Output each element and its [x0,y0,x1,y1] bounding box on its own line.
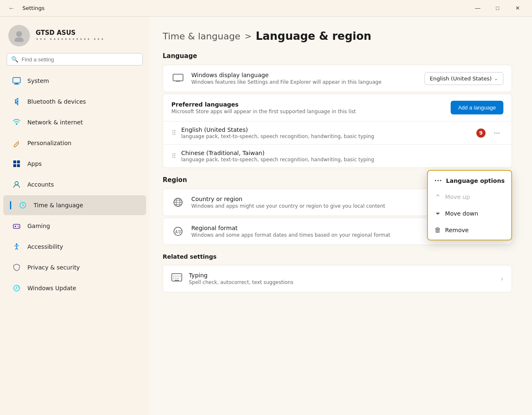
chinese-lang-info: Chinese (Traditional, Taiwan) language p… [181,150,503,163]
sidebar-item-network[interactable]: Network & internet [3,112,146,132]
svg-rect-2 [13,78,20,83]
svg-point-10 [15,182,18,185]
display-language-dropdown[interactable]: English (United States) ⌄ [425,72,503,85]
remove-icon: 🗑 [434,226,441,234]
menu-item-move-down[interactable]: Move down [428,205,511,222]
display-language-info: Windows display language Windows feature… [191,72,418,85]
country-region-title: Country or region [191,196,443,202]
sidebar-label-bluetooth: Bluetooth & devices [27,98,86,105]
accounts-icon [12,180,22,189]
language-item-chinese: ⠿ Chinese (Traditional, Taiwan) language… [163,145,512,167]
country-region-info: Country or region Windows and apps might… [191,196,443,209]
sidebar-label-windows-update: Windows Update [27,285,76,291]
sidebar-label-time-language: Time & language [34,202,83,209]
svg-point-17 [16,243,17,245]
network-icon [12,117,22,127]
drag-handle-chinese[interactable]: ⠿ [171,152,176,160]
svg-rect-9 [17,164,20,167]
regional-format-desc: Windows and some apps format dates and t… [191,232,430,238]
titlebar-title: Settings [22,5,44,11]
windows-update-icon [12,283,22,293]
preferred-languages-title: Preferred languages [171,101,356,108]
sidebar-label-privacy: Privacy & security [27,264,80,271]
maximize-button[interactable]: □ [488,2,507,15]
notification-badge: 9 [476,129,486,138]
svg-point-1 [15,37,24,42]
menu-item-remove-label: Remove [445,227,469,233]
sidebar-label-accounts: Accounts [27,181,54,188]
sidebar-item-personalization[interactable]: Personalization [3,133,146,153]
sidebar-item-bluetooth[interactable]: Bluetooth & devices [3,92,146,112]
typing-title: Typing [189,272,494,279]
sidebar-label-apps: Apps [27,160,42,167]
sidebar-item-gaming[interactable]: Gaming [3,216,146,236]
display-language-value: English (United States) [430,75,492,82]
titlebar-left: ← Settings [5,3,44,14]
menu-item-language-options-label: Language options [446,177,505,184]
chinese-lang-name: Chinese (Traditional, Taiwan) [181,150,503,156]
regional-format-title: Regional format [191,225,430,231]
apps-icon [12,159,22,169]
move-down-icon [434,209,441,218]
display-language-desc: Windows features like Settings and File … [191,79,418,85]
menu-item-language-options[interactable]: ··· Language options [428,172,511,189]
typing-desc: Spell check, autocorrect, text suggestio… [189,279,494,285]
english-lang-desc: language pack, text-to-speech, speech re… [181,133,471,139]
country-region-icon [171,197,185,208]
svg-rect-19 [173,74,183,81]
close-button[interactable]: ✕ [508,2,527,15]
drag-handle-english[interactable]: ⠿ [171,129,176,137]
preferred-languages-desc: Microsoft Store apps will appear in the … [171,109,356,114]
titlebar: ← Settings — □ ✕ [0,0,532,17]
svg-rect-12 [13,224,20,228]
display-language-select[interactable]: English (United States) ⌄ [425,72,503,85]
preferred-languages-card: Preferred languages Microsoft Store apps… [163,94,512,168]
country-region-desc: Windows and apps might use your country … [191,203,443,209]
sidebar: GTSD ASUS ••• ••••••••••• ••• 🔍 System B… [0,17,149,415]
typing-card[interactable]: Typing Spell check, autocorrect, text su… [163,265,512,292]
context-menu: ··· Language options Move up Move down 🗑… [427,170,512,240]
minimize-button[interactable]: — [468,2,487,15]
search-box[interactable]: 🔍 [7,53,143,66]
menu-item-move-down-label: Move down [445,210,478,217]
sidebar-item-accessibility[interactable]: Accessibility [3,237,146,257]
breadcrumb: Time & language > Language & region [163,30,512,42]
svg-rect-8 [13,164,16,167]
svg-point-16 [18,226,19,227]
regional-format-info: Regional format Windows and some apps fo… [191,225,430,238]
menu-item-remove[interactable]: 🗑 Remove [428,222,511,238]
chinese-lang-desc: language pack, text-to-speech, speech re… [181,157,503,163]
english-more-button[interactable]: ··· [491,127,503,139]
gaming-icon [12,221,22,231]
sidebar-item-accounts[interactable]: Accounts [3,175,146,194]
menu-item-move-up-label: Move up [445,194,470,200]
app-body: GTSD ASUS ••• ••••••••••• ••• 🔍 System B… [0,17,532,415]
breadcrumb-separator: > [244,31,251,41]
titlebar-controls: — □ ✕ [468,2,527,15]
avatar [8,25,30,46]
svg-text:A字: A字 [175,230,182,234]
privacy-icon [12,262,22,272]
add-language-button[interactable]: Add a language [451,101,503,114]
regional-format-icon: A字 [171,226,185,237]
back-button[interactable]: ← [5,3,18,14]
display-language-title: Windows display language [191,72,418,78]
svg-point-0 [16,31,22,37]
svg-point-15 [17,226,18,226]
search-input[interactable] [22,56,138,63]
sidebar-item-system[interactable]: System [3,71,146,91]
english-lang-info: English (United States) language pack, t… [181,126,471,139]
search-icon: 🔍 [11,56,18,63]
sidebar-item-windows-update[interactable]: Windows Update [3,278,146,298]
sidebar-label-system: System [27,78,49,84]
breadcrumb-parent[interactable]: Time & language [163,31,240,41]
language-section-title: Language [163,52,512,60]
sidebar-label-network: Network & internet [27,119,83,126]
sidebar-item-apps[interactable]: Apps [3,154,146,174]
menu-item-move-up: Move up [428,189,511,205]
user-name: GTSD ASUS [36,29,105,36]
sidebar-item-time-language[interactable]: Time & language [3,195,146,215]
sidebar-item-privacy[interactable]: Privacy & security [3,257,146,277]
typing-info: Typing Spell check, autocorrect, text su… [189,272,494,285]
user-info: GTSD ASUS ••• ••••••••••• ••• [36,29,105,42]
